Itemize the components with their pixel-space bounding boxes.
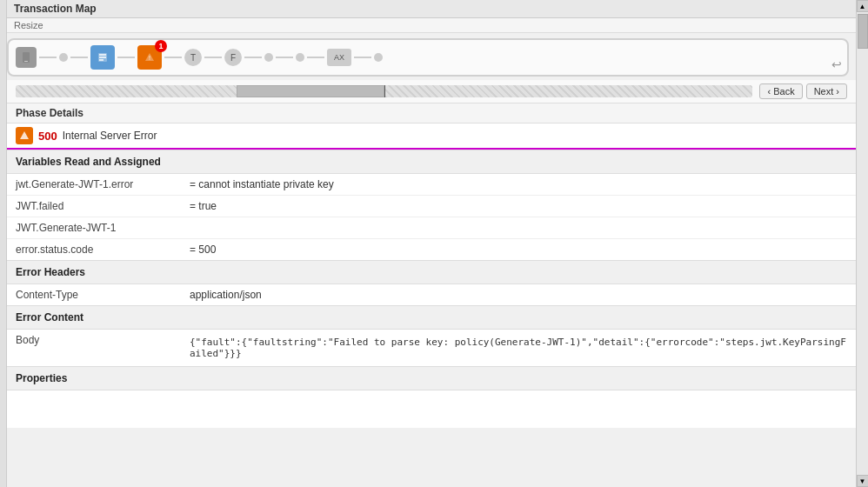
error-content-text: Error Content <box>16 311 83 324</box>
error-headers-tbody: Content-Type application/json <box>7 284 856 305</box>
mini-marker <box>384 85 385 97</box>
connector-8 <box>307 57 324 58</box>
error-badge: 1 <box>155 40 167 52</box>
content-name-1: Body <box>7 330 181 366</box>
phase-header: 500 Internal Server Error <box>7 123 856 150</box>
f-node[interactable]: F <box>224 49 242 66</box>
content-value-1: {"fault":{"faultstring":"Failed to parse… <box>181 330 856 366</box>
table-row: Body {"fault":{"faultstring":"Failed to … <box>7 330 856 366</box>
connector-3 <box>117 57 135 58</box>
dot-node-1[interactable] <box>59 53 68 62</box>
variables-table: jwt.Generate-JWT-1.error = cannot instan… <box>7 174 856 260</box>
error-node[interactable]: ! 1 <box>137 45 162 70</box>
header-name-1: Content-Type <box>7 284 181 305</box>
dot-node-3[interactable] <box>296 53 304 62</box>
table-row: error.status.code = 500 <box>7 239 856 261</box>
dot-node-4[interactable] <box>374 53 383 62</box>
left-resize-bar <box>0 0 7 487</box>
variables-tbody: jwt.Generate-JWT-1.error = cannot instan… <box>7 174 856 260</box>
error-line: 500 Internal Server Error <box>38 130 157 143</box>
content-area: Transaction Map Resize <box>7 0 856 487</box>
error-content-tbody: Body {"fault":{"faultstring":"Failed to … <box>7 330 856 366</box>
flow-row: ! 1 T F AX <box>16 45 840 70</box>
phase-icon <box>16 127 33 144</box>
return-arrow: ↩ <box>831 57 842 71</box>
var-name-2: JWT.failed <box>7 196 181 217</box>
table-row: jwt.Generate-JWT-1.error = cannot instan… <box>7 174 856 196</box>
header-value-1: application/json <box>181 284 856 305</box>
phase-details-label: Phase Details <box>7 103 856 123</box>
variables-section-header: Variables Read and Assigned <box>7 150 856 174</box>
variables-header-text: Variables Read and Assigned <box>16 156 161 168</box>
connector-5 <box>204 57 222 58</box>
var-value-2: = true <box>181 196 856 217</box>
var-value-4: = 500 <box>181 239 856 261</box>
error-content-section-header: Error Content <box>7 305 856 330</box>
properties-header-text: Properties <box>16 372 67 384</box>
timeline-scrollbar[interactable]: ε <box>16 85 752 97</box>
resize-label: Resize <box>14 20 43 30</box>
timeline-section: ε ‹ Back Next › <box>7 80 856 103</box>
edit-node[interactable] <box>90 45 115 70</box>
scrollbar-thumb-vertical[interactable] <box>858 14 868 49</box>
next-button[interactable]: Next › <box>806 83 847 99</box>
svg-rect-1 <box>24 61 28 62</box>
svg-text:!: ! <box>149 55 150 61</box>
scrollbar-up-button[interactable]: ▲ <box>857 0 869 12</box>
properties-section-header: Properties <box>7 366 856 390</box>
connector-6 <box>244 57 262 58</box>
var-name-1: jwt.Generate-JWT-1.error <box>7 174 181 196</box>
var-value-1: = cannot instantiate private key <box>181 174 856 196</box>
scrollbar-down-button[interactable]: ▼ <box>857 475 869 487</box>
ax-node[interactable]: AX <box>327 49 351 66</box>
phase-details-text: Phase Details <box>16 107 83 119</box>
title-bar: Transaction Map <box>7 0 856 18</box>
table-row: JWT.failed = true <box>7 196 856 217</box>
var-name-4: error.status.code <box>7 239 181 261</box>
app-container: Transaction Map Resize <box>0 0 868 487</box>
table-row: Content-Type application/json <box>7 284 856 305</box>
phone-node[interactable] <box>16 47 37 68</box>
t-node[interactable]: T <box>184 49 202 66</box>
connector-1 <box>39 57 57 58</box>
right-scrollbar[interactable]: ▲ ▼ <box>856 0 868 487</box>
var-value-3 <box>181 217 856 239</box>
transaction-map-flow: ! 1 T F AX ↩ <box>7 38 849 77</box>
error-headers-table: Content-Type application/json <box>7 284 856 305</box>
connector-7 <box>276 57 293 58</box>
scrollbar-thumb[interactable] <box>237 85 384 97</box>
back-button[interactable]: ‹ Back <box>759 83 802 99</box>
connector-4 <box>164 57 182 58</box>
resize-bar[interactable]: Resize <box>7 18 856 33</box>
title-text: Transaction Map <box>14 3 97 15</box>
main-content[interactable]: Variables Read and Assigned jwt.Generate… <box>7 150 856 428</box>
nav-buttons: ‹ Back Next › <box>759 83 847 99</box>
connector-9 <box>354 57 371 58</box>
status-message: Internal Server Error <box>63 130 157 142</box>
status-code: 500 <box>38 130 57 143</box>
dot-node-2[interactable] <box>264 53 273 62</box>
error-headers-section-header: Error Headers <box>7 260 856 284</box>
error-headers-text: Error Headers <box>16 266 85 278</box>
error-content-table: Body {"fault":{"faultstring":"Failed to … <box>7 330 856 366</box>
connector-2 <box>70 57 88 58</box>
table-row: JWT.Generate-JWT-1 <box>7 217 856 239</box>
var-name-3: JWT.Generate-JWT-1 <box>7 217 181 239</box>
svg-marker-8 <box>20 131 29 139</box>
